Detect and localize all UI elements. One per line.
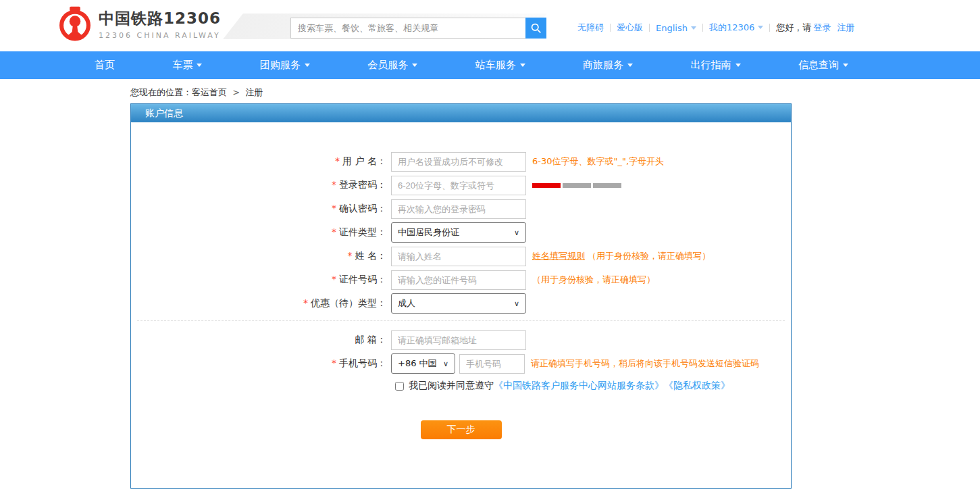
agreement-checkbox[interactable] [395, 382, 404, 391]
site-header: 中国铁路12306 12306 CHINA RAILWAY 无障碍 爱心版 En… [0, 0, 980, 51]
agreement-text: 我已阅读并同意遵守 [409, 380, 494, 392]
name-row: *姓 名： 姓名填写规则 （用于身份核验，请正确填写） [131, 246, 791, 266]
railway-logo-icon [57, 6, 93, 41]
nav-label: 商旅服务 [583, 59, 623, 72]
password-strength-meter [532, 183, 621, 188]
required-marker: * [348, 250, 353, 261]
name-rule-link[interactable]: 姓名填写规则 [532, 250, 585, 262]
required-marker: * [303, 297, 308, 308]
required-marker: * [332, 179, 336, 190]
phone-hint: 请正确填写手机号码，稍后将向该手机号码发送短信验证码 [531, 357, 759, 370]
phone-label: *手机号码： [131, 357, 391, 370]
id-type-select[interactable]: 中国居民身份证 ∨ [391, 222, 526, 243]
email-label: 邮 箱： [131, 334, 391, 346]
divider [769, 24, 770, 32]
breadcrumb-prefix: 您现在的位置： [130, 87, 192, 97]
nav-label: 站车服务 [475, 59, 516, 72]
nav-item-member-services[interactable]: 会员服务 [367, 59, 417, 72]
passenger-type-select[interactable]: 成人 ∨ [391, 293, 526, 314]
nav-item-business-travel[interactable]: 商旅服务 [583, 59, 633, 72]
chevron-down-icon [197, 64, 202, 67]
strength-segment [563, 183, 591, 188]
password-input[interactable] [391, 176, 526, 195]
required-marker: * [332, 226, 336, 237]
logo-subtitle: 12306 CHINA RAILWAY [99, 31, 221, 40]
greeting-text: 您好，请 [776, 22, 811, 34]
terms-link[interactable]: 《中国铁路客户服务中心网站服务条款》 [494, 380, 664, 392]
strength-segment [593, 183, 621, 188]
chevron-down-icon [627, 64, 633, 67]
nav-item-tickets[interactable]: 车票 [172, 59, 202, 72]
username-input[interactable] [391, 152, 526, 172]
chevron-down-icon [412, 64, 417, 67]
registration-form: *用 户 名： 6-30位字母、数字或"_",字母开头 *登录密码： *确认密码… [131, 122, 791, 439]
divider [649, 24, 650, 32]
accessibility-link[interactable]: 无障碍 [577, 22, 604, 34]
my12306-link[interactable]: 我的12306 [709, 22, 763, 34]
username-hint: 6-30位字母、数字或"_",字母开头 [532, 155, 664, 168]
breadcrumb-separator: > [232, 87, 240, 97]
chevron-down-icon [305, 64, 310, 67]
main-nav: 首页 车票 团购服务 会员服务 站车服务 商旅服务 出行指南 信息查询 [0, 51, 980, 79]
password-row: *登录密码： [131, 175, 791, 195]
name-input[interactable] [391, 247, 526, 266]
chevron-down-icon: ∨ [443, 360, 448, 368]
search-button[interactable] [525, 18, 546, 39]
required-marker: * [332, 203, 336, 214]
id-number-hint: （用于身份核验，请正确填写） [532, 274, 655, 286]
phone-input[interactable] [459, 354, 525, 374]
username-row: *用 户 名： 6-30位字母、数字或"_",字母开头 [131, 151, 791, 172]
required-marker: * [332, 274, 336, 285]
english-link[interactable]: English [656, 23, 696, 33]
panel-header: 账户信息 [131, 104, 791, 122]
logo[interactable]: 中国铁路12306 12306 CHINA RAILWAY [57, 6, 221, 41]
search-input[interactable] [290, 18, 525, 39]
email-input[interactable] [391, 330, 526, 350]
nav-item-station-services[interactable]: 站车服务 [475, 59, 525, 72]
phone-row: *手机号码： +86 中国 ∨ 请正确填写手机号码，稍后将向该手机号码发送短信验… [131, 353, 791, 374]
id-type-label: *证件类型： [131, 226, 391, 239]
breadcrumb-home-link[interactable]: 客运首页 [192, 87, 227, 97]
id-number-row: *证件号码： （用于身份核验，请正确填写） [131, 270, 791, 290]
label-text: 确认密码： [339, 203, 386, 214]
nav-item-travel-guide[interactable]: 出行指南 [691, 59, 741, 72]
passenger-type-value: 成人 [398, 297, 415, 310]
breadcrumb: 您现在的位置：客运首页 > 注册 [130, 87, 980, 99]
label-text: 证件号码： [339, 274, 386, 285]
chevron-down-icon [520, 64, 525, 67]
label-text: 邮 箱： [355, 334, 386, 345]
strength-segment [532, 183, 561, 188]
nav-item-info-query[interactable]: 信息查询 [798, 59, 848, 72]
login-link[interactable]: 登录 [813, 22, 831, 34]
register-link[interactable]: 注册 [837, 22, 854, 34]
nav-label: 车票 [172, 59, 192, 72]
nav-label: 会员服务 [367, 59, 408, 72]
privacy-link[interactable]: 《隐私权政策》 [664, 380, 730, 392]
chevron-down-icon [843, 64, 848, 67]
password-label: *登录密码： [131, 179, 391, 191]
label-text: 用 户 名： [342, 155, 386, 166]
username-label: *用 户 名： [131, 155, 391, 168]
passenger-type-label: *优惠（待）类型： [131, 297, 391, 310]
chevron-down-icon: ∨ [514, 300, 519, 307]
country-code-select[interactable]: +86 中国 ∨ [391, 353, 455, 374]
logo-title: 中国铁路12306 [99, 8, 221, 29]
confirm-password-input[interactable] [391, 199, 526, 219]
nav-label: 团购服务 [260, 59, 301, 72]
id-number-label: *证件号码： [131, 274, 391, 286]
passenger-type-row: *优惠（待）类型： 成人 ∨ [131, 293, 791, 314]
email-row: 邮 箱： [131, 330, 791, 350]
panel-title: 账户信息 [145, 107, 183, 118]
top-links: 无障碍 爱心版 English 我的12306 您好，请 登录 注册 [577, 22, 854, 34]
label-text: 登录密码： [339, 179, 386, 190]
id-number-input[interactable] [391, 270, 526, 290]
account-info-panel: 账户信息 *用 户 名： 6-30位字母、数字或"_",字母开头 *登录密码： … [130, 103, 792, 489]
next-step-button[interactable]: 下一步 [421, 420, 502, 439]
search-icon [530, 22, 542, 34]
nav-item-group-services[interactable]: 团购服务 [260, 59, 310, 72]
chevron-down-icon [691, 26, 696, 30]
search-bar [290, 18, 546, 39]
nav-item-home[interactable]: 首页 [95, 59, 115, 72]
section-divider [137, 320, 785, 321]
care-version-link[interactable]: 爱心版 [617, 22, 643, 34]
